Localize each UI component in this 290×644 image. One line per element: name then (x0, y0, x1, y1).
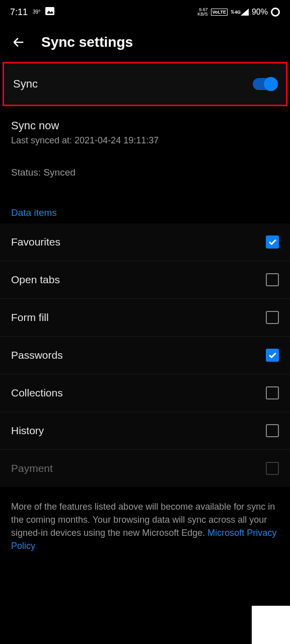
data-item-row[interactable]: Passwords (0, 337, 290, 374)
data-item-row: Payment (0, 450, 290, 487)
sync-now-subtitle: Last synced at: 2021-04-24 19:11:37 (11, 135, 279, 146)
data-item-row[interactable]: Collections (0, 374, 290, 412)
checkbox[interactable] (266, 311, 279, 324)
signal-icon: ⇅4G (231, 9, 249, 16)
footer-note: More of the features listed above will b… (0, 487, 290, 566)
header: Sync settings (0, 24, 290, 60)
page-title: Sync settings (41, 34, 133, 50)
checkbox[interactable] (266, 424, 279, 437)
checkbox (266, 462, 279, 475)
volte-badge: VoLTE (211, 9, 228, 16)
checkbox[interactable] (266, 235, 279, 249)
data-items-header: Data items (0, 191, 290, 223)
sync-toggle-label: Sync (13, 77, 38, 91)
status-temp: 39° (33, 10, 40, 15)
data-item-label: History (11, 425, 44, 437)
highlight-annotation: Sync (3, 62, 287, 106)
sync-now-button[interactable]: Sync now Last synced at: 2021-04-24 19:1… (0, 106, 290, 150)
white-overlay (252, 606, 290, 644)
status-time: 7:11 (10, 7, 28, 18)
battery-percent: 90% (252, 8, 268, 17)
data-item-row[interactable]: History (0, 412, 290, 450)
sync-status-text: Status: Synced (11, 167, 279, 178)
svg-rect-0 (45, 7, 54, 15)
data-item-row[interactable]: Form fill (0, 299, 290, 337)
data-item-row[interactable]: Favourites (0, 223, 290, 261)
data-item-row[interactable]: Open tabs (0, 261, 290, 299)
sync-status: Status: Synced (0, 150, 290, 191)
sync-toggle-row[interactable]: Sync (4, 63, 286, 105)
sync-now-title: Sync now (11, 119, 279, 132)
sync-toggle-switch[interactable] (253, 78, 277, 90)
back-button[interactable] (11, 35, 26, 50)
data-item-label: Form fill (11, 311, 49, 324)
checkbox[interactable] (266, 386, 279, 399)
svg-marker-2 (241, 9, 249, 16)
data-item-label: Payment (11, 462, 53, 474)
gallery-icon (45, 7, 54, 17)
network-speed: 9.67 KB/S (197, 8, 208, 17)
battery-ring-icon (271, 8, 280, 17)
data-item-label: Favourites (11, 236, 60, 248)
checkbox[interactable] (266, 349, 279, 362)
checkbox[interactable] (266, 273, 279, 286)
data-item-label: Passwords (11, 349, 63, 361)
data-item-label: Collections (11, 387, 63, 399)
data-item-label: Open tabs (11, 274, 60, 286)
status-bar: 7:11 39° 9.67 KB/S VoLTE ⇅4G 90% (0, 0, 290, 24)
